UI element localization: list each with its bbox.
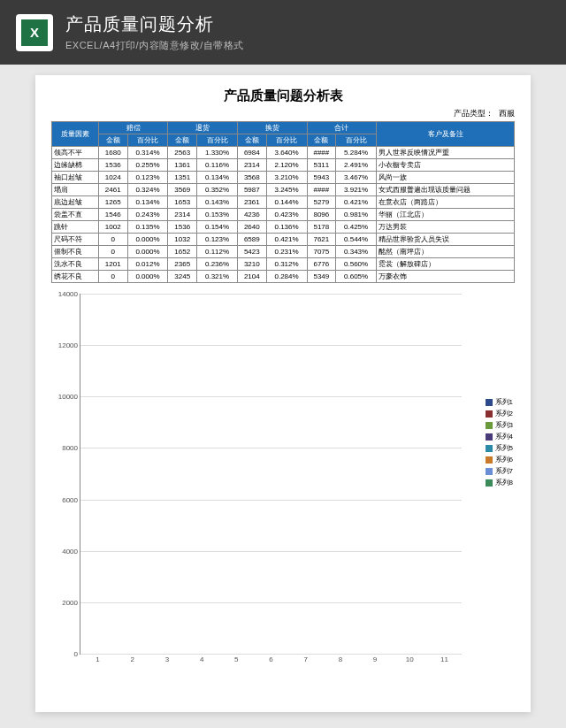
y-tick: 0 — [74, 650, 80, 658]
table-row: 洗水不良12010.012%23650.236%32100.312%67760.… — [52, 258, 515, 271]
table-row: 边缘缺棉15360.255%13610.116%23142.120%53112.… — [52, 159, 515, 172]
legend-label: 系列3 — [495, 420, 513, 430]
legend-item: 系列8 — [486, 478, 513, 487]
table-row: 底边起皱12650.134%16530.143%23610.144%52790.… — [52, 196, 515, 209]
legend-swatch — [486, 433, 493, 441]
document-title: 产品质量问题分析表 — [51, 88, 515, 104]
page-title: 产品质量问题分析 — [65, 12, 244, 36]
col-percent: 百分比 — [266, 134, 307, 147]
legend-swatch — [486, 456, 493, 464]
legend-swatch — [486, 468, 493, 475]
table-row: 尺码不符00.000%10320.123%65890.421%76210.544… — [52, 234, 515, 246]
col-percent: 百分比 — [127, 134, 168, 147]
legend-item: 系列2 — [486, 409, 513, 418]
bar-chart: 0200040006000800010000120001400012345678… — [51, 290, 515, 671]
legend-label: 系列1 — [495, 397, 513, 407]
page-wrap: 产品质量问题分析表 产品类型： 西服 质量因素 赔偿 退货 换货 合计 客户及备… — [0, 65, 566, 712]
header-text: 产品质量问题分析 EXCEL/A4打印/内容随意修改/自带格式 — [65, 12, 244, 52]
legend-swatch — [486, 410, 493, 418]
y-tick: 6000 — [62, 495, 80, 503]
x-tick: 11 — [440, 654, 448, 663]
table-row: 领高不平16800.314%25631.330%69843.640%####5.… — [52, 147, 515, 159]
meta-row: 产品类型： 西服 — [51, 108, 515, 119]
legend-swatch — [486, 399, 493, 406]
excel-icon: X — [16, 14, 53, 51]
legend-swatch — [486, 422, 493, 429]
col-group-0: 赔偿 — [98, 122, 168, 134]
table-head: 质量因素 赔偿 退货 换货 合计 客户及备注 金额百分比金额百分比金额百分比金额… — [52, 122, 515, 147]
legend-label: 系列2 — [495, 409, 513, 418]
legend-item: 系列3 — [486, 420, 513, 430]
col-group-1: 退货 — [168, 122, 238, 134]
col-group-3: 合计 — [307, 122, 377, 134]
meta-label: 产品类型： — [454, 108, 493, 119]
y-tick: 14000 — [58, 290, 80, 298]
legend-swatch — [486, 445, 493, 452]
col-amount: 金额 — [168, 134, 197, 147]
y-tick: 10000 — [58, 393, 80, 401]
col-percent: 百分比 — [197, 134, 238, 147]
y-tick: 8000 — [62, 444, 80, 452]
x-tick: 5 — [234, 654, 238, 663]
excel-icon-letter: X — [21, 19, 48, 46]
x-tick: 2 — [131, 654, 134, 663]
x-tick: 4 — [200, 654, 203, 663]
legend-swatch — [486, 479, 493, 487]
app-header: X 产品质量问题分析 EXCEL/A4打印/内容随意修改/自带格式 — [0, 0, 566, 65]
data-table: 质量因素 赔偿 退货 换货 合计 客户及备注 金额百分比金额百分比金额百分比金额… — [51, 121, 515, 283]
y-tick: 2000 — [62, 598, 80, 606]
legend-label: 系列8 — [495, 478, 513, 487]
x-tick: 9 — [373, 654, 377, 663]
table-row: 袋盖不直15460.243%23140.153%42360.423%80960.… — [52, 209, 515, 221]
legend-item: 系列4 — [486, 432, 513, 441]
col-group-2: 换货 — [238, 122, 308, 134]
y-tick: 12000 — [58, 341, 80, 349]
x-tick: 6 — [269, 654, 272, 663]
table-row: 跳针10020.135%15360.154%26400.136%51780.42… — [52, 221, 515, 234]
document-page: 产品质量问题分析表 产品类型： 西服 质量因素 赔偿 退货 换货 合计 客户及备… — [35, 75, 531, 712]
col-amount: 金额 — [98, 134, 127, 147]
table-row: 塌肩24610.324%35690.352%59873.245%####3.92… — [52, 184, 515, 196]
table-row: 袖口起皱10240.123%13510.134%35683.210%59433.… — [52, 172, 515, 184]
chart-legend: 系列1系列2系列3系列4系列5系列6系列7系列8 — [486, 395, 513, 489]
table-row: 绣花不良00.000%32450.321%21040.284%53490.605… — [52, 271, 515, 283]
legend-label: 系列4 — [495, 432, 513, 441]
table-row: 僵制不良00.000%16520.112%54230.231%70750.343… — [52, 246, 515, 258]
col-percent: 百分比 — [336, 134, 377, 147]
legend-item: 系列1 — [486, 397, 513, 407]
legend-label: 系列6 — [495, 455, 513, 464]
legend-label: 系列5 — [495, 443, 513, 453]
x-tick: 8 — [339, 654, 342, 663]
col-factor: 质量因素 — [52, 122, 99, 147]
page-subtitle: EXCEL/A4打印/内容随意修改/自带格式 — [65, 39, 244, 52]
col-amount: 金额 — [238, 134, 267, 147]
x-tick: 1 — [96, 654, 99, 663]
legend-item: 系列6 — [486, 455, 513, 464]
x-tick: 10 — [406, 654, 414, 663]
x-tick: 7 — [303, 654, 307, 663]
chart-plot: 0200040006000800010000120001400012345678… — [80, 294, 462, 655]
y-tick: 4000 — [62, 547, 80, 555]
table-body: 领高不平16800.314%25631.330%69843.640%####5.… — [52, 147, 515, 283]
legend-item: 系列5 — [486, 443, 513, 453]
col-amount: 金额 — [307, 134, 336, 147]
col-remarks: 客户及备注 — [377, 122, 515, 147]
x-tick: 3 — [165, 654, 169, 663]
legend-label: 系列7 — [495, 466, 513, 476]
meta-value: 西服 — [499, 108, 515, 119]
legend-item: 系列7 — [486, 466, 513, 476]
